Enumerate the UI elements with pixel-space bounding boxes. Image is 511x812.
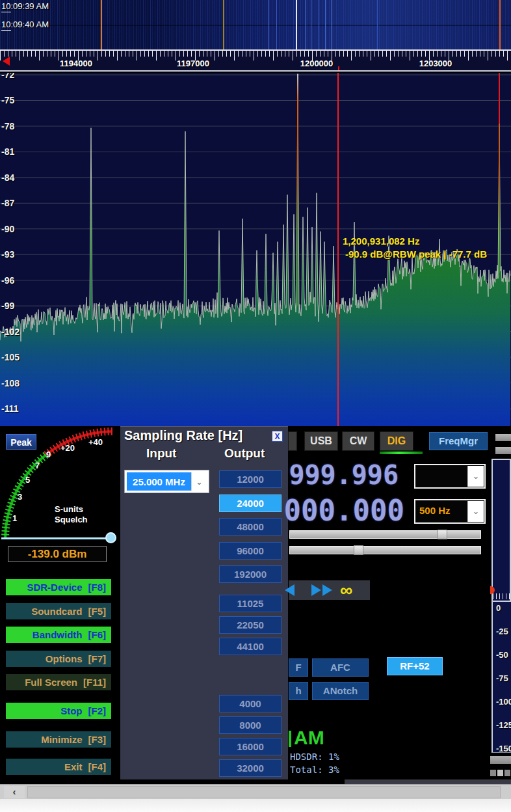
db-axis-label: -72 [1, 73, 14, 80]
af-scale-label: -25 [496, 627, 508, 636]
button-label: Exit [64, 761, 83, 772]
volume-slider[interactable] [289, 530, 481, 539]
mode-button-usb[interactable]: USB [304, 431, 338, 451]
mode-text-partial-glyph [289, 731, 291, 747]
output-rate-16000[interactable]: 16000 [219, 738, 282, 755]
output-rate-11025[interactable]: 11025 [219, 595, 282, 612]
rf-gain-button[interactable]: RF+52 [387, 657, 443, 675]
output-rate-48000[interactable]: 48000 [219, 518, 282, 535]
right-side-panel: 0-25-50-75-100-125-150 [489, 426, 511, 781]
af-scale-label: 0 [496, 603, 501, 613]
ruler-left-arrow-icon[interactable] [3, 57, 10, 66]
mode-button-cw[interactable]: CW [342, 431, 374, 451]
button-fkey: [F2] [88, 705, 107, 716]
slider-thumb[interactable] [354, 545, 363, 555]
output-column-header: Output [224, 446, 265, 461]
s-meter-panel: Peak 13579+20+40 S-units Squelch -139.0 … [0, 426, 117, 781]
fast-forward-icon[interactable] [311, 584, 321, 596]
scroll-left-button[interactable]: ‹ [4, 786, 25, 798]
lo-frequency-display[interactable]: 999.996 [289, 460, 399, 490]
if-button-partial[interactable]: F [289, 658, 308, 677]
db-axis-label: -75 [1, 95, 14, 105]
af-spectrum-panel [491, 459, 511, 602]
af-scale-label: -150 [496, 744, 511, 753]
db-axis-label: -84 [1, 172, 14, 183]
output-rate-44100[interactable]: 44100 [219, 638, 282, 655]
soundcard-button[interactable]: Soundcard[F5] [5, 602, 112, 620]
tune-frequency-display[interactable]: 000.000 [284, 494, 404, 527]
options-button[interactable]: Options[F7] [5, 650, 112, 668]
button-label: Soundcard [31, 606, 82, 617]
bandwidth-button[interactable]: Bandwidth[F6] [5, 626, 112, 643]
stop-button[interactable]: Stop[F2] [5, 702, 112, 720]
chevron-down-icon[interactable]: ⌄ [467, 466, 484, 487]
mode-button-dig[interactable]: DIG [380, 431, 413, 451]
peak-button[interactable]: Peak [6, 434, 36, 450]
db-axis-label: -81 [1, 146, 14, 157]
output-rate-24000[interactable]: 24000 [219, 494, 282, 512]
zoom-slider[interactable] [289, 546, 481, 554]
squelch-slider-knob[interactable] [105, 532, 116, 543]
filter-bandwidth-dropdown[interactable]: 500 Hz ⌄ [414, 499, 486, 524]
db-axis-label: -111 [1, 403, 18, 414]
panel-fragment [504, 770, 510, 776]
waterfall-row-divider [0, 25, 511, 26]
chevron-down-icon[interactable]: ⌄ [467, 501, 484, 522]
scrollbar-thumb[interactable] [27, 786, 501, 798]
waterfall-signal-line [306, 0, 306, 49]
loop-icon[interactable]: ∞ [340, 582, 352, 599]
waterfall-signal-line [499, 0, 501, 49]
db-axis-label: -87 [1, 198, 14, 208]
output-rate-12000[interactable]: 12000 [219, 470, 282, 488]
output-rate-22050[interactable]: 22050 [219, 616, 282, 634]
button-fkey: [F3] [88, 734, 107, 745]
panel-fragment [490, 770, 496, 776]
slider-fragment[interactable] [495, 447, 511, 454]
mode-button-partial[interactable] [288, 431, 297, 451]
slider-fragment[interactable] [495, 434, 511, 441]
fast-forward-icon[interactable] [322, 584, 332, 596]
output-rate-192000[interactable]: 192000 [219, 565, 282, 583]
band-dropdown[interactable]: ⌄ [414, 464, 486, 489]
anotch-button[interactable]: ANotch [312, 682, 369, 700]
slider-fragment[interactable] [490, 756, 511, 764]
waterfall-signal-line [223, 0, 224, 49]
output-rate-96000[interactable]: 96000 [219, 542, 282, 560]
close-icon[interactable]: X [272, 431, 283, 442]
waterfall-signal-line [296, 0, 297, 49]
signal-level-readout: -139.0 dBm [8, 546, 107, 562]
db-axis-label: -108 [1, 378, 20, 388]
db-axis-label: -93 [1, 249, 14, 260]
db-axis-label: -102 [1, 327, 20, 337]
output-rate-4000[interactable]: 4000 [219, 695, 282, 712]
notch-button-partial[interactable]: h [289, 682, 308, 700]
input-rate-dropdown[interactable]: 25.000 MHz ⌄ [124, 470, 209, 493]
rewind-icon[interactable] [285, 584, 295, 596]
slider-thumb[interactable] [438, 530, 447, 539]
waterfall-signal-line [332, 0, 332, 49]
waterfall-signal-line [276, 0, 277, 49]
button-label: Stop [60, 705, 82, 716]
rf-spectrum-display[interactable]: -72-75-78-81-84-87-90-93-96-99-102-105-1… [0, 73, 511, 426]
sampling-rate-dialog: Sampling Rate [Hz] X Input Output 25.000… [120, 426, 288, 779]
ruler-frequency-label: 1200000 [300, 59, 334, 68]
output-rate-32000[interactable]: 32000 [219, 759, 282, 777]
sdr-device-button[interactable]: SDR-Device[F8] [5, 578, 112, 596]
output-rate-8000[interactable]: 8000 [219, 716, 282, 734]
afc-button[interactable]: AFC [312, 658, 369, 677]
waterfall-signal-line [268, 0, 269, 49]
frequency-ruler[interactable]: 1194000119700012000001203000 [0, 49, 511, 72]
ruler-tune-tick [338, 66, 339, 70]
ruler-frequency-label: 1194000 [60, 59, 92, 68]
button-label: SDR-Device [27, 582, 82, 593]
dig-active-indicator [380, 452, 423, 454]
exit-button[interactable]: Exit[F4] [5, 758, 112, 776]
minimize-button[interactable]: Minimize[F3] [5, 731, 112, 748]
horizontal-scrollbar[interactable]: ‹ [0, 784, 511, 799]
control-panel: Peak 13579+20+40 S-units Squelch -139.0 … [0, 426, 511, 781]
waterfall-display[interactable]: 10:09:39 AM 10:09:40 AM [0, 0, 511, 49]
chevron-down-icon[interactable]: ⌄ [191, 472, 207, 491]
full-screen-button[interactable]: Full Screen[F11] [5, 673, 112, 691]
freqmgr-button[interactable]: FreqMgr [429, 432, 488, 450]
squelch-slider-track[interactable] [1, 537, 116, 539]
